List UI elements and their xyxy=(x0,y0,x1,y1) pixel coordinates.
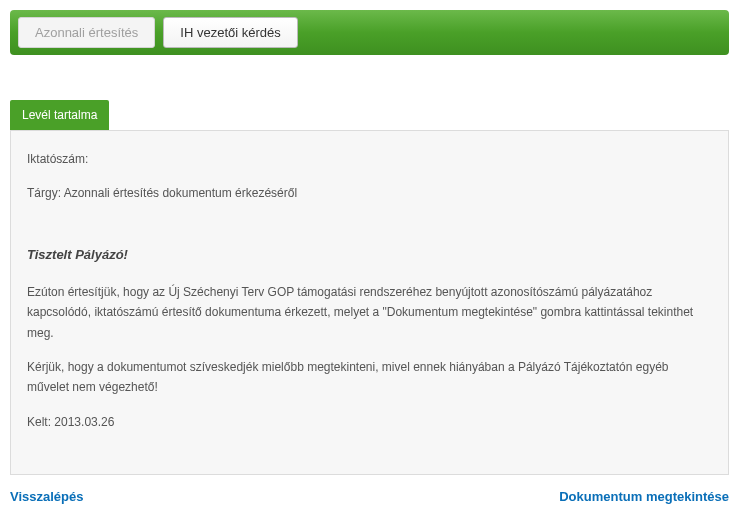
letter-body: Iktatószám: Tárgy: Azonnali értesítés do… xyxy=(27,149,712,432)
letter-panel: Iktatószám: Tárgy: Azonnali értesítés do… xyxy=(10,130,729,475)
ih-leader-question-button[interactable]: IH vezetői kérdés xyxy=(163,17,297,48)
kelt-row: Kelt: 2013.03.26 xyxy=(27,412,712,432)
top-toolbar: Azonnali értesítés IH vezetői kérdés xyxy=(10,10,729,55)
salutation: Tisztelt Pályázó! xyxy=(27,244,712,266)
view-document-link[interactable]: Dokumentum megtekintése xyxy=(559,489,729,504)
tab-letter-content[interactable]: Levél tartalma xyxy=(10,100,109,130)
paragraph-2: Kérjük, hogy a dokumentumot szíveskedjék… xyxy=(27,357,712,398)
footer-bar: Visszalépés Dokumentum megtekintése xyxy=(10,489,729,504)
instant-notify-button: Azonnali értesítés xyxy=(18,17,155,48)
iktato-row: Iktatószám: xyxy=(27,149,712,169)
tab-strip: Levél tartalma xyxy=(10,100,729,130)
paragraph-1: Ezúton értesítjük, hogy az Új Széchenyi … xyxy=(27,282,712,343)
back-link[interactable]: Visszalépés xyxy=(10,489,83,504)
targy-row: Tárgy: Azonnali értesítés dokumentum érk… xyxy=(27,183,712,203)
